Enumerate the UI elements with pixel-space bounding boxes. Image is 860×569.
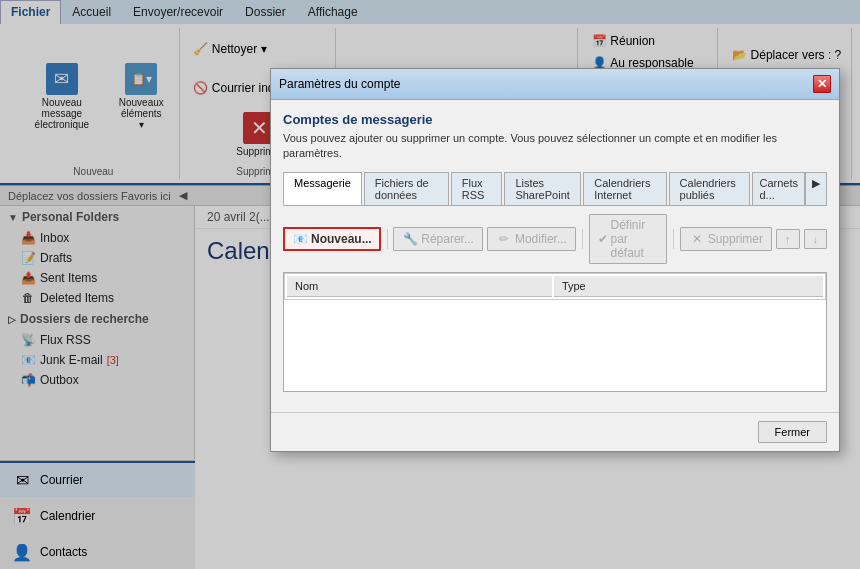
- dialog-overlay: Paramètres du compte ✕ Comptes de messag…: [0, 0, 860, 569]
- tab-calendriers-publies[interactable]: Calendriers publiés: [669, 172, 751, 205]
- down-button[interactable]: ↓: [804, 229, 828, 249]
- tab-nav-right[interactable]: ▶: [805, 172, 827, 205]
- fermer-button[interactable]: Fermer: [758, 421, 827, 443]
- col-type: Type: [554, 276, 823, 297]
- up-button[interactable]: ↑: [776, 229, 800, 249]
- dialog-description: Vous pouvez ajouter ou supprimer un comp…: [283, 131, 827, 162]
- dialog-close-button[interactable]: ✕: [813, 75, 831, 93]
- reparer-icon: 🔧: [402, 231, 418, 247]
- reparer-button[interactable]: 🔧 Réparer...: [393, 227, 483, 251]
- dialog-titlebar: Paramètres du compte ✕: [271, 69, 839, 100]
- dialog-footer: Fermer: [271, 412, 839, 451]
- modifier-icon: ✏: [496, 231, 512, 247]
- tab-listes-sharepoint[interactable]: Listes SharePoint: [504, 172, 581, 205]
- account-table: Nom Type: [284, 273, 826, 300]
- nouveau-label: Nouveau...: [311, 232, 372, 246]
- account-settings-dialog: Paramètres du compte ✕ Comptes de messag…: [270, 68, 840, 452]
- modifier-label: Modifier...: [515, 232, 567, 246]
- definir-icon: ✔: [598, 231, 608, 247]
- tab-messagerie[interactable]: Messagerie: [283, 172, 362, 205]
- toolbar-separator-2: [582, 229, 583, 249]
- tab-fichiers-donnees[interactable]: Fichiers de données: [364, 172, 449, 205]
- toolbar-separator-3: [673, 229, 674, 249]
- definir-defaut-button[interactable]: ✔ Définir par défaut: [589, 214, 668, 264]
- nouveau-button[interactable]: 📧 Nouveau...: [283, 227, 381, 251]
- nouveau-icon: 📧: [292, 231, 308, 247]
- dialog-body: Comptes de messagerie Vous pouvez ajoute…: [271, 100, 839, 412]
- supprimer-dlg-label: Supprimer: [708, 232, 763, 246]
- dialog-tab-bar: Messagerie Fichiers de données Flux RSS …: [283, 172, 827, 206]
- account-table-container: Nom Type: [283, 272, 827, 392]
- supprimer-dialog-button[interactable]: ✕ Supprimer: [680, 227, 772, 251]
- toolbar-separator-1: [387, 229, 388, 249]
- tab-flux-rss[interactable]: Flux RSS: [451, 172, 503, 205]
- tab-calendriers-internet[interactable]: Calendriers Internet: [583, 172, 666, 205]
- dialog-section-title: Comptes de messagerie: [283, 112, 827, 127]
- tab-more[interactable]: Carnets d...: [752, 172, 805, 205]
- modifier-button[interactable]: ✏ Modifier...: [487, 227, 576, 251]
- reparer-label: Réparer...: [421, 232, 474, 246]
- col-nom: Nom: [287, 276, 552, 297]
- dialog-toolbar: 📧 Nouveau... 🔧 Réparer... ✏ Modifier... …: [283, 214, 827, 264]
- supprimer-dlg-icon: ✕: [689, 231, 705, 247]
- dialog-title-text: Paramètres du compte: [279, 77, 400, 91]
- definir-label: Définir par défaut: [611, 218, 659, 260]
